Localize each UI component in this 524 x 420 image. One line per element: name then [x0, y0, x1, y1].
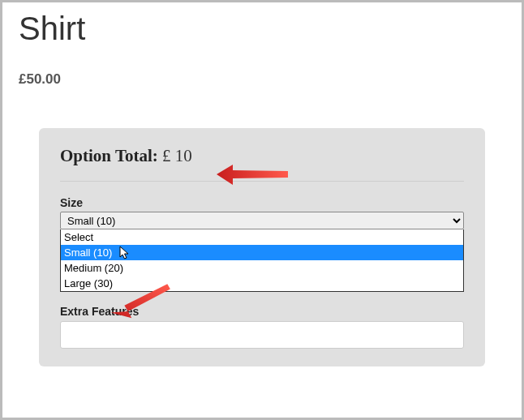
- extra-features-input[interactable]: [60, 321, 464, 349]
- size-label: Size: [60, 196, 464, 209]
- product-options-panel: Option Total: £ 10 Size Small (10) Selec…: [39, 128, 485, 366]
- size-option-small[interactable]: Small (10): [61, 245, 463, 260]
- cursor-icon: [119, 246, 131, 260]
- size-select[interactable]: Small (10): [60, 212, 464, 229]
- product-title: Shirt: [19, 11, 505, 47]
- size-dropdown-list: Select Small (10) Medium (20) Large (30): [60, 229, 464, 292]
- size-option-large[interactable]: Large (30): [61, 276, 463, 291]
- option-total-row: Option Total: £ 10: [60, 146, 464, 182]
- size-option-medium[interactable]: Medium (20): [61, 260, 463, 276]
- extra-features-label: Extra Features: [60, 305, 464, 318]
- option-total-label: Option Total:: [60, 146, 158, 165]
- size-option-select[interactable]: Select: [61, 229, 463, 245]
- product-price: £50.00: [19, 71, 505, 88]
- option-total-value: £ 10: [162, 146, 192, 165]
- size-option-small-label: Small (10): [64, 246, 112, 259]
